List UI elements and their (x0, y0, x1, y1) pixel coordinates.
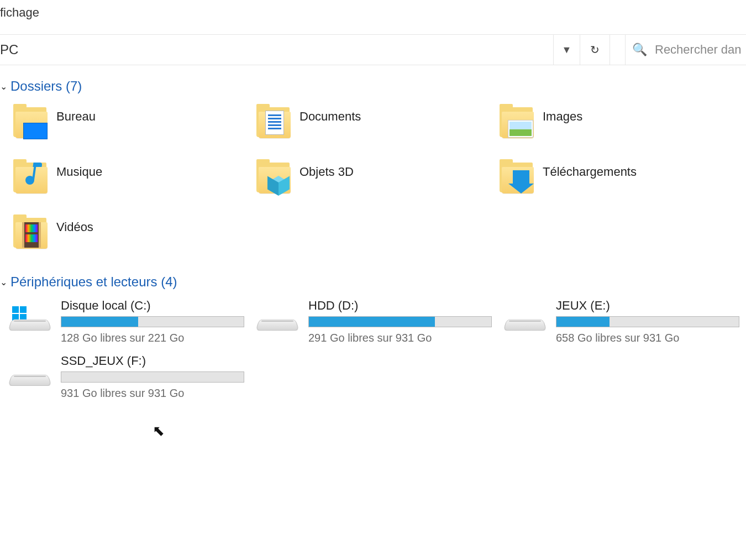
drive-free-text: 658 Go libres sur 931 Go (556, 332, 746, 344)
folder-item-documents[interactable]: Documents (254, 102, 497, 157)
drive-usage-bar (61, 316, 244, 327)
folder-icon (497, 104, 536, 143)
section-header-drives-label: Périphériques et lecteurs (4) (10, 274, 177, 290)
folder-label: Documents (300, 104, 361, 124)
drive-item-e[interactable]: JEUX (E:)658 Go libres sur 931 Go (502, 297, 746, 353)
folder-icon (11, 104, 50, 143)
folder-label: Images (543, 104, 582, 124)
drive-icon (254, 306, 301, 339)
drive-name: Disque local (C:) (61, 299, 254, 313)
drive-free-text: 291 Go libres sur 931 Go (308, 332, 502, 344)
section-header-drives[interactable]: ⌄ Périphériques et lecteurs (4) (0, 274, 746, 290)
search-input[interactable]: 🔍 Rechercher dan (626, 35, 746, 65)
chevron-down-icon: ⌄ (0, 81, 7, 92)
content-area: ⌄ Dossiers (7) BureauDocumentsImagesMusi… (0, 65, 746, 408)
folder-label: Bureau (56, 104, 96, 124)
search-placeholder: Rechercher dan (655, 43, 742, 57)
folder-item-telechargements[interactable]: Téléchargements (497, 157, 740, 212)
drive-name: HDD (D:) (308, 299, 502, 313)
ribbon-tab-bar: fichage (0, 0, 746, 34)
drive-usage-bar (556, 316, 739, 327)
drive-usage-bar (308, 316, 492, 327)
drive-item-f[interactable]: SSD_JEUX (F:)931 Go libres sur 931 Go (7, 353, 254, 408)
folder-item-musique[interactable]: Musique (11, 157, 254, 212)
chevron-down-icon: ⌄ (0, 277, 7, 287)
folder-item-bureau[interactable]: Bureau (11, 102, 254, 157)
drive-item-c[interactable]: Disque local (C:)128 Go libres sur 221 G… (7, 297, 254, 353)
refresh-icon: ↻ (590, 43, 600, 56)
address-bar[interactable]: PC (0, 35, 554, 65)
address-bar-path: PC (0, 42, 18, 57)
refresh-button[interactable]: ↻ (580, 35, 610, 65)
folder-item-objets3d[interactable]: Objets 3D (254, 157, 497, 212)
folder-icon (497, 159, 536, 198)
folder-item-videos[interactable]: Vidéos (11, 212, 254, 268)
drive-name: JEUX (E:) (556, 299, 746, 313)
drive-item-d[interactable]: HDD (D:)291 Go libres sur 931 Go (254, 297, 502, 353)
folders-grid: BureauDocumentsImagesMusiqueObjets 3DTél… (0, 102, 746, 268)
windows-icon (12, 306, 27, 321)
drive-icon (502, 306, 548, 339)
section-header-folders-label: Dossiers (7) (10, 78, 82, 94)
folder-label: Vidéos (56, 214, 93, 234)
folder-icon (11, 214, 50, 253)
drive-icon (7, 362, 53, 395)
drive-name: SSD_JEUX (F:) (61, 354, 254, 368)
folder-icon (254, 159, 293, 198)
drive-text: Disque local (C:)128 Go libres sur 221 G… (61, 299, 254, 344)
section-header-folders[interactable]: ⌄ Dossiers (7) (0, 78, 746, 94)
drive-free-text: 128 Go libres sur 221 Go (61, 332, 254, 344)
chevron-down-icon: ▼ (562, 44, 572, 56)
drive-icon (7, 306, 53, 339)
folder-item-images[interactable]: Images (497, 102, 740, 157)
address-bar-row: PC ▼ ↻ 🔍 Rechercher dan (0, 34, 746, 65)
folder-label: Musique (56, 159, 102, 179)
ribbon-tab-affichage[interactable]: fichage (0, 6, 39, 20)
search-icon: 🔍 (632, 43, 647, 57)
folder-icon (254, 104, 293, 143)
folder-label: Objets 3D (300, 159, 354, 179)
folder-label: Téléchargements (543, 159, 637, 179)
drives-grid: Disque local (C:)128 Go libres sur 221 G… (0, 297, 746, 408)
drive-usage-bar (61, 371, 244, 383)
drive-text: JEUX (E:)658 Go libres sur 931 Go (556, 299, 746, 344)
address-history-dropdown[interactable]: ▼ (554, 35, 580, 65)
toolbar-separator (610, 35, 626, 65)
mouse-cursor-icon: ⬉ (153, 422, 165, 439)
folder-icon (11, 159, 50, 198)
drive-text: HDD (D:)291 Go libres sur 931 Go (308, 299, 502, 344)
drive-free-text: 931 Go libres sur 931 Go (61, 387, 254, 400)
drive-text: SSD_JEUX (F:)931 Go libres sur 931 Go (61, 354, 254, 400)
